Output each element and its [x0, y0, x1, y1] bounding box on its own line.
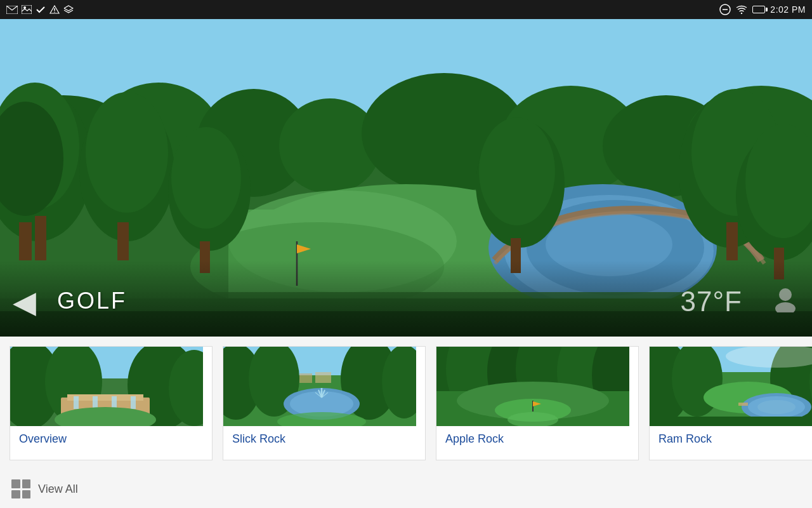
grid-cell-1: [11, 479, 20, 488]
hero-title: GOLF: [57, 288, 127, 314]
svg-rect-34: [35, 216, 46, 260]
svg-rect-84: [315, 372, 331, 383]
card-slick-rock[interactable]: Slick Rock: [223, 346, 426, 460]
card-overview[interactable]: Overview: [10, 346, 213, 460]
svg-point-109: [757, 400, 796, 414]
view-all-grid-icon: [11, 479, 30, 498]
hero-section: ◀ GOLF 37°F: [0, 19, 812, 337]
image-icon: [22, 5, 32, 14]
view-all-label[interactable]: View All: [38, 483, 78, 496]
status-icons-left: [6, 5, 74, 14]
time-display: 2:02 PM: [770, 4, 806, 15]
svg-point-45: [171, 127, 241, 229]
alert-icon: [49, 5, 60, 14]
card-ramrock-image: [650, 347, 812, 426]
minimize-icon: [719, 4, 731, 15]
hero-temperature: 37°F: [681, 286, 742, 318]
card-apple-rock[interactable]: Apple Rock: [436, 346, 639, 460]
svg-rect-37: [117, 222, 129, 260]
svg-point-55: [775, 302, 796, 312]
svg-point-8: [741, 13, 742, 14]
card-applerock-image: [436, 347, 638, 426]
grid-cell-4: [22, 490, 31, 499]
card-overview-image: [10, 347, 212, 426]
svg-rect-66: [93, 396, 98, 409]
svg-point-5: [54, 11, 55, 13]
svg-rect-65: [74, 396, 79, 409]
card-slickrock-image: [223, 347, 425, 426]
status-bar: 2:02 PM: [0, 0, 812, 19]
svg-rect-68: [131, 396, 136, 409]
user-profile-icon[interactable]: [771, 284, 799, 319]
svg-rect-113: [650, 417, 812, 426]
email-icon: [6, 6, 18, 14]
check-icon: [36, 5, 46, 14]
card-slickrock-label: Slick Rock: [223, 426, 425, 452]
card-ramrock-label: Ram Rock: [650, 426, 812, 452]
grid-cell-3: [11, 490, 20, 499]
cards-section: Overview: [0, 337, 812, 470]
status-icons-right: 2:02 PM: [719, 4, 806, 15]
layers-icon: [63, 5, 74, 14]
grid-cell-2: [22, 479, 31, 488]
wifi-icon: [736, 5, 747, 14]
svg-rect-110: [738, 403, 748, 406]
view-all-section: View All: [0, 470, 812, 508]
card-applerock-label: Apple Rock: [436, 426, 638, 452]
svg-rect-83: [299, 373, 312, 383]
svg-point-48: [479, 117, 555, 225]
svg-rect-67: [112, 396, 117, 409]
svg-rect-33: [19, 222, 32, 260]
svg-point-54: [779, 288, 792, 301]
svg-rect-40: [726, 222, 738, 260]
hero-back-button[interactable]: ◀: [13, 287, 36, 318]
battery-icon: [752, 6, 765, 13]
svg-point-36: [86, 92, 168, 213]
card-ram-rock[interactable]: Ram Rock: [649, 346, 812, 460]
card-overview-label: Overview: [10, 426, 212, 452]
